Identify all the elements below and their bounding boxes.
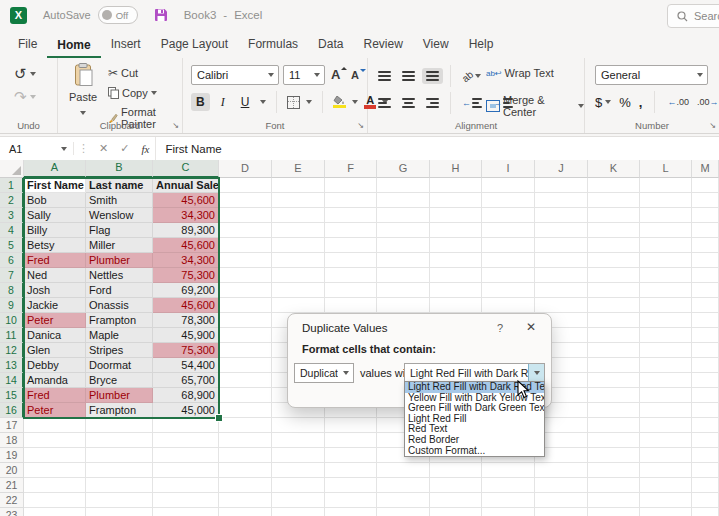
cell-I20[interactable] [482,463,535,478]
tab-page-layout[interactable]: Page Layout [151,32,238,58]
cell-K2[interactable] [588,193,640,208]
cell-L23[interactable] [640,508,692,516]
cell-D4[interactable] [219,223,272,238]
cell-A22[interactable] [24,493,86,508]
row-header-9[interactable]: 9 [0,298,24,313]
cell-M21[interactable] [692,478,719,493]
cell-C10[interactable]: 78,300 [153,313,219,328]
column-header-l[interactable]: L [640,160,692,178]
cell-B20[interactable] [86,463,153,478]
cell-D9[interactable] [219,298,272,313]
cell-H22[interactable] [430,493,482,508]
tab-formulas[interactable]: Formulas [238,32,308,58]
cell-A7[interactable]: Ned [24,268,86,283]
cell-B1[interactable]: Last name [86,178,153,193]
cell-K9[interactable] [588,298,640,313]
cell-E18[interactable] [272,433,325,448]
cell-J4[interactable] [535,223,588,238]
row-header-1[interactable]: 1 [0,178,24,193]
cell-I8[interactable] [482,283,535,298]
cell-C15[interactable]: 68,900 [153,388,219,403]
cell-C22[interactable] [153,493,219,508]
fill-color-button[interactable] [333,96,346,109]
cell-A23[interactable] [24,508,86,516]
autosave-toggle[interactable]: Off [98,6,138,24]
dialog-close-button[interactable]: ✕ [526,320,536,334]
cell-C9[interactable]: 45,600 [153,298,219,313]
cell-K5[interactable] [588,238,640,253]
align-center-button[interactable] [398,95,419,111]
cell-C19[interactable] [153,448,219,463]
cell-B23[interactable] [86,508,153,516]
cell-M2[interactable] [692,193,719,208]
cell-E17[interactable] [272,418,325,433]
cell-F1[interactable] [325,178,377,193]
decrease-indent-button[interactable]: ← [458,95,486,111]
format-option-5[interactable]: Red Border [405,435,544,446]
cell-C13[interactable]: 54,400 [153,358,219,373]
cell-H6[interactable] [430,253,482,268]
cell-I21[interactable] [482,478,535,493]
cell-M6[interactable] [692,253,719,268]
format-option-2[interactable]: Green Fill with Dark Green Text [405,403,544,414]
cell-L20[interactable] [640,463,692,478]
cell-F17[interactable] [325,418,377,433]
row-header-10[interactable]: 10 [0,313,24,328]
cell-J8[interactable] [535,283,588,298]
cell-C18[interactable] [153,433,219,448]
cell-K16[interactable] [588,403,640,418]
cell-H9[interactable] [430,298,482,313]
borders-icon[interactable] [287,96,300,109]
row-header-6[interactable]: 6 [0,253,24,268]
cell-A17[interactable] [24,418,86,433]
cell-I22[interactable] [482,493,535,508]
cell-K10[interactable] [588,313,640,328]
tab-help[interactable]: Help [459,32,504,58]
save-button[interactable] [154,8,168,22]
select-all-corner[interactable] [0,160,24,178]
cell-B11[interactable]: Maple [86,328,153,343]
column-header-a[interactable]: A [24,160,86,178]
tab-file[interactable]: File [8,32,47,58]
cell-C11[interactable]: 45,900 [153,328,219,343]
font-dialog-launcher[interactable]: ↘ [357,122,364,130]
fill-color-dropdown[interactable] [352,100,358,104]
cell-J20[interactable] [535,463,588,478]
cell-C4[interactable]: 89,300 [153,223,219,238]
cell-A12[interactable]: Glen [24,343,86,358]
cell-D6[interactable] [219,253,272,268]
cell-B8[interactable]: Ford [86,283,153,298]
cell-K19[interactable] [588,448,640,463]
cell-C8[interactable]: 69,200 [153,283,219,298]
row-header-14[interactable]: 14 [0,373,24,388]
underline-button[interactable]: U [236,93,255,111]
number-format-select[interactable]: General [595,65,708,85]
cell-L17[interactable] [640,418,692,433]
cell-A14[interactable]: Amanda [24,373,86,388]
cell-C20[interactable] [153,463,219,478]
cell-C23[interactable] [153,508,219,516]
cell-H2[interactable] [430,193,482,208]
cell-D11[interactable] [219,328,272,343]
cell-F6[interactable] [325,253,377,268]
cell-H4[interactable] [430,223,482,238]
format-option-3[interactable]: Light Red Fill [405,414,544,425]
duplicate-type-select[interactable]: Duplicate [294,363,354,383]
cell-K13[interactable] [588,358,640,373]
cell-M9[interactable] [692,298,719,313]
cell-B7[interactable]: Nettles [86,268,153,283]
align-middle-button[interactable] [398,68,419,84]
cell-L18[interactable] [640,433,692,448]
cell-E5[interactable] [272,238,325,253]
cell-B10[interactable]: Frampton [86,313,153,328]
cell-L4[interactable] [640,223,692,238]
cell-M22[interactable] [692,493,719,508]
cell-D20[interactable] [219,463,272,478]
cell-G8[interactable] [377,283,430,298]
cell-F9[interactable] [325,298,377,313]
cell-D16[interactable] [219,403,272,418]
row-header-22[interactable]: 22 [0,493,24,508]
row-header-7[interactable]: 7 [0,268,24,283]
column-header-k[interactable]: K [588,160,640,178]
cell-M20[interactable] [692,463,719,478]
